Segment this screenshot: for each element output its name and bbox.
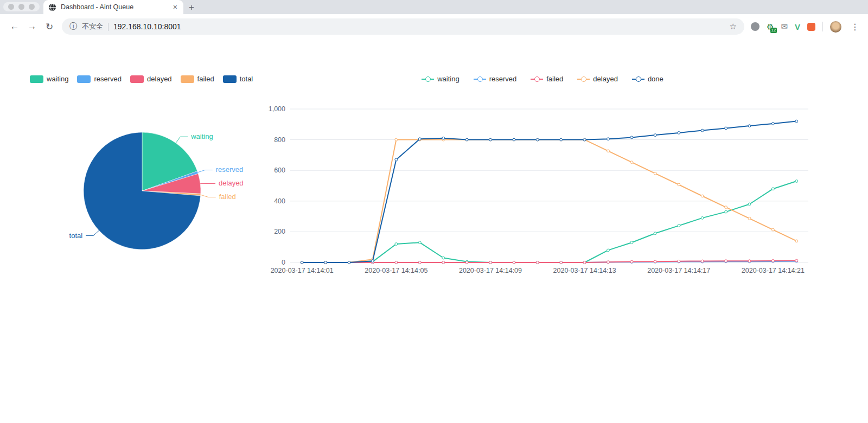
mail-extension-icon[interactable]: ✉ (781, 22, 788, 31)
data-point-delayed (701, 195, 704, 197)
data-point-delayed (607, 150, 610, 152)
legend-marker (632, 76, 644, 82)
data-point-delayed (678, 183, 680, 186)
data-point-delayed (630, 161, 633, 164)
data-point-waiting (725, 210, 727, 213)
data-point-delayed (772, 228, 775, 231)
legend-swatch (223, 75, 237, 83)
legend-item-failed[interactable]: failed (181, 75, 214, 83)
window-controls (3, 2, 40, 11)
legend-item-reserved[interactable]: reserved (474, 75, 517, 83)
vue-devtools-icon[interactable]: V (795, 22, 800, 31)
legend-label: waiting (47, 75, 68, 83)
y-axis-label: 0 (282, 259, 285, 266)
data-point-done (630, 136, 633, 139)
queue-status-pie-chart: waitingreserveddelayedfailedtotal (22, 100, 260, 279)
extension-gear-icon[interactable]: ⚙12 (767, 23, 774, 31)
data-point-failed (701, 260, 704, 262)
data-point-done (795, 120, 798, 123)
browser-window: Dashboard - Aint Queue × + ← → ↻ ⓘ 不安全 1… (0, 0, 868, 423)
legend-item-delayed[interactable]: delayed (577, 75, 618, 83)
data-point-failed (748, 260, 751, 262)
data-point-delayed (654, 172, 656, 175)
legend-swatch (181, 75, 194, 83)
browser-toolbar: ← → ↻ ⓘ 不安全 192.168.10.10:8001 ☆ ⚙12 ✉ V… (0, 14, 868, 39)
data-point-waiting (701, 217, 704, 220)
data-point-failed (630, 260, 633, 263)
profile-avatar[interactable] (830, 21, 841, 33)
data-point-done (607, 138, 610, 140)
legend-label: done (648, 75, 663, 83)
data-point-done (701, 129, 704, 132)
y-axis-label: 1,000 (269, 105, 285, 113)
legend-item-delayed[interactable]: delayed (130, 75, 172, 83)
new-tab-button[interactable]: + (183, 1, 200, 14)
tab-favicon-globe-icon (48, 3, 56, 11)
data-point-done (442, 137, 445, 139)
legend-item-waiting[interactable]: waiting (30, 75, 68, 83)
legend-marker (474, 76, 486, 82)
data-point-done (748, 125, 751, 127)
address-bar[interactable]: ⓘ 不安全 192.168.10.10:8001 ☆ (62, 18, 744, 35)
info-icon[interactable]: ⓘ (69, 22, 77, 31)
pie-label-line-reserved (197, 170, 212, 172)
window-minimize-button[interactable] (18, 4, 24, 10)
pie-label-line-failed (201, 195, 216, 197)
data-point-done (324, 261, 327, 264)
data-point-failed (465, 261, 468, 264)
data-point-waiting (418, 241, 421, 244)
reload-button[interactable]: ↻ (41, 18, 58, 35)
extension-circle-icon[interactable] (751, 22, 760, 31)
data-point-failed (418, 261, 421, 264)
tab-close-icon[interactable]: × (172, 3, 178, 11)
browser-tab[interactable]: Dashboard - Aint Queue × (43, 0, 183, 14)
data-point-delayed (395, 138, 398, 141)
data-point-waiting (654, 232, 656, 235)
data-point-done (772, 123, 775, 125)
legend-item-waiting[interactable]: waiting (422, 75, 459, 83)
pie-label-line-waiting (176, 137, 188, 143)
data-point-waiting (678, 225, 680, 227)
data-point-failed (795, 259, 798, 262)
url-text[interactable]: 192.168.10.10:8001 (113, 22, 181, 31)
data-point-waiting (772, 188, 775, 190)
pie-label-failed: failed (219, 193, 236, 201)
bookmark-star-icon[interactable]: ☆ (730, 22, 737, 31)
y-axis-label: 200 (274, 228, 285, 235)
data-point-failed (536, 261, 539, 264)
legend-item-total[interactable]: total (223, 75, 253, 83)
pie-label-waiting: waiting (190, 132, 213, 140)
data-point-failed (678, 260, 680, 262)
tab-title: Dashboard - Aint Queue (61, 3, 168, 11)
pie-chart-legend: waitingreserveddelayedfailedtotal (30, 75, 253, 83)
pie-label-delayed: delayed (219, 179, 244, 187)
back-button[interactable]: ← (7, 18, 23, 35)
data-point-delayed (725, 206, 727, 209)
legend-item-reserved[interactable]: reserved (77, 75, 122, 83)
data-point-done (301, 261, 303, 264)
legend-item-done[interactable]: done (632, 75, 663, 83)
data-point-waiting (795, 180, 798, 183)
data-point-waiting (748, 203, 751, 206)
data-point-failed (395, 261, 398, 264)
data-point-done (583, 138, 586, 141)
legend-marker (577, 76, 590, 82)
window-zoom-button[interactable] (29, 4, 35, 10)
legend-label: reserved (489, 75, 517, 83)
data-point-waiting (607, 249, 610, 252)
legend-swatch (30, 75, 43, 83)
y-axis-label: 400 (274, 197, 285, 205)
browser-menu-icon[interactable]: ⋮ (848, 22, 861, 32)
data-point-done (560, 138, 563, 141)
line-series-waiting[interactable] (302, 181, 797, 262)
legend-item-failed[interactable]: failed (531, 75, 563, 83)
forward-button[interactable]: → (24, 18, 40, 35)
data-point-failed (654, 260, 656, 263)
data-point-failed (489, 261, 492, 264)
data-point-waiting (442, 257, 445, 259)
extension-orange-icon[interactable] (807, 23, 815, 31)
x-axis-label: 2020-03-17 14:14:21 (742, 267, 805, 274)
window-close-button[interactable] (8, 4, 14, 10)
data-point-failed (725, 260, 727, 262)
toolbar-separator (822, 22, 823, 31)
